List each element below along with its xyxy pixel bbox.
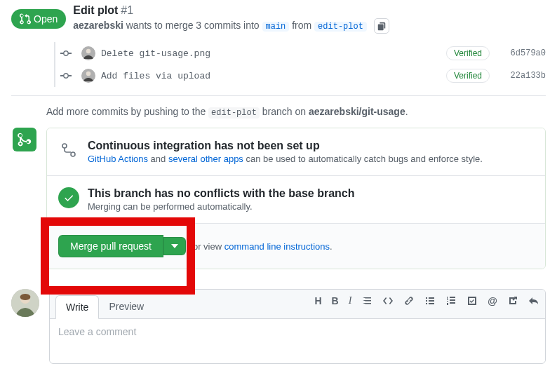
ci-section: Continuous integration has not been set …	[47, 128, 545, 175]
pull-request-icon	[20, 13, 31, 25]
git-merge-icon	[18, 133, 32, 147]
conflict-title: This branch has no conflicts with the ba…	[88, 187, 355, 200]
svg-point-4	[62, 144, 67, 148]
commit-sha[interactable]: 22a133b	[506, 71, 546, 81]
merge-hint: or view command line instructions.	[193, 241, 333, 252]
pr-author[interactable]: aezarebski	[73, 20, 123, 31]
caret-down-icon	[171, 243, 178, 250]
reply-icon[interactable]	[528, 295, 539, 306]
pr-state-badge: Open	[11, 9, 66, 29]
heading-icon[interactable]: H	[314, 295, 321, 306]
tasklist-icon[interactable]	[467, 295, 478, 306]
copy-branch-button[interactable]	[374, 18, 389, 34]
verified-badge[interactable]: Verified	[446, 69, 490, 83]
verified-badge[interactable]: Verified	[446, 46, 490, 60]
commit-message[interactable]: Delete git-usage.png	[101, 48, 446, 59]
markdown-toolbar: H B I @	[314, 295, 539, 306]
svg-point-1	[86, 49, 90, 53]
conflict-sub: Merging can be performed automatically.	[88, 201, 355, 212]
comment-textarea[interactable]	[50, 319, 545, 361]
pr-number: #1	[121, 4, 133, 17]
merge-footer: Merge pull request or view command line …	[47, 223, 545, 269]
ci-link-apps[interactable]: several other apps	[168, 154, 243, 164]
quote-icon[interactable]	[361, 295, 373, 306]
pr-title: Edit plot	[73, 4, 118, 17]
tab-write[interactable]: Write	[55, 295, 99, 319]
merge-pull-request-button[interactable]: Merge pull request	[58, 235, 163, 257]
ci-link-actions[interactable]: GitHub Actions	[88, 154, 148, 164]
bold-icon[interactable]: B	[332, 295, 339, 306]
avatar[interactable]	[81, 46, 95, 60]
target-branch[interactable]: main	[262, 22, 290, 32]
copy-icon	[377, 21, 387, 31]
tab-preview[interactable]: Preview	[99, 295, 154, 318]
ol-icon[interactable]	[445, 295, 457, 306]
merge-options-caret[interactable]	[163, 237, 186, 255]
comment-box: Write Preview H B I	[49, 289, 546, 364]
commit-message[interactable]: Add files via upload	[101, 71, 446, 81]
status-ok-icon	[58, 187, 79, 208]
cli-instructions-link[interactable]: command line instructions	[224, 241, 330, 252]
conflict-section: This branch has no conflicts with the ba…	[47, 175, 545, 223]
merge-side-badge	[13, 128, 36, 151]
ci-title: Continuous integration has not been set …	[88, 140, 483, 152]
svg-point-3	[86, 72, 90, 76]
commit-icon	[60, 48, 72, 59]
commit-row: Add files via upload Verified 22a133b	[55, 65, 546, 87]
avatar[interactable]	[81, 69, 95, 83]
source-branch[interactable]: edit-plot	[314, 22, 367, 32]
link-icon[interactable]	[403, 295, 415, 306]
commit-row: Delete git-usage.png Verified 6d579a0	[55, 42, 546, 65]
cross-reference-icon[interactable]	[507, 295, 518, 306]
current-user-avatar[interactable]	[11, 289, 39, 317]
workflow-icon	[58, 140, 79, 161]
commit-icon	[60, 70, 72, 81]
check-icon	[63, 192, 74, 203]
pr-meta: aezarebski wants to merge 3 commits into…	[73, 18, 389, 34]
ci-subtext: GitHub Actions and several other apps ca…	[88, 154, 483, 164]
push-hint: Add more commits by pushing to the edit-…	[0, 96, 557, 128]
mention-icon[interactable]: @	[488, 295, 497, 306]
commit-sha[interactable]: 6d579a0	[506, 48, 546, 58]
svg-point-5	[71, 152, 75, 156]
pr-state-label: Open	[34, 13, 58, 25]
merge-panel: Continuous integration has not been set …	[46, 128, 546, 269]
code-icon[interactable]	[382, 295, 394, 306]
ul-icon[interactable]	[424, 295, 436, 306]
italic-icon[interactable]: I	[349, 295, 352, 306]
